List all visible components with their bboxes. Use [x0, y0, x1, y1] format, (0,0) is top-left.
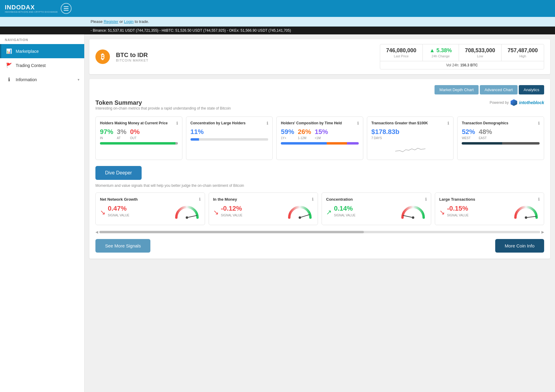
metric-number: 52% [462, 128, 475, 136]
signal-label: SIGNAL VALUE [334, 214, 355, 217]
logo-icon: INDODAX INDONESIA BITCOIN AND CRYPTO EXC… [5, 4, 58, 13]
metric-number: 11% [191, 128, 204, 136]
gauge-svg [286, 204, 313, 221]
metric-title-transactions-100k: Transactions Greater than $100Kℹ [371, 121, 449, 126]
metric-value-item: 26%1-12M [298, 128, 311, 140]
bar-segment [462, 142, 502, 145]
sidebar-item-marketplace[interactable]: 📊 Marketplace [0, 44, 84, 58]
scroll-left-icon[interactable]: ◀ [95, 230, 98, 234]
metric-bar-concentration-large [191, 138, 268, 141]
info-icon[interactable]: ℹ [312, 197, 313, 202]
marketplace-icon: 📊 [6, 48, 12, 54]
dive-deeper-button[interactable]: Dive Deeper [95, 166, 142, 180]
scroll-right-icon[interactable]: ▶ [541, 230, 544, 234]
info-icon[interactable]: ℹ [538, 197, 540, 202]
metric-title-holders-money: Holders Making Money at Current Priceℹ [100, 121, 178, 126]
signal-arrow-icon: ↗ [326, 209, 332, 216]
metric-value-item: 15%<1M [315, 128, 328, 140]
bar-segment [191, 138, 199, 141]
see-more-signals-button[interactable]: See More Signals [95, 239, 150, 253]
gauge-svg [173, 204, 201, 221]
metric-bar-transaction-demographics [462, 142, 540, 145]
metric-card-transaction-demographics: Transaction Demographicsℹ52%WEST48%EAST [457, 116, 544, 160]
metric-values-concentration-large: 11% [191, 128, 268, 136]
metric-value-item: 3%AT [117, 128, 127, 140]
metric-value-item: 48%EAST [479, 128, 492, 140]
last-price-label: Last Price [386, 54, 416, 58]
metric-values-transaction-demographics: 52%WEST48%EAST [462, 128, 540, 140]
gauge-svg [399, 204, 427, 221]
info-icon[interactable]: ℹ [538, 121, 540, 126]
register-bar: Please Register or Login to trade. [0, 17, 555, 27]
nav-label: NAVIGATION [0, 34, 84, 44]
info-icon[interactable]: ℹ [425, 197, 427, 202]
hamburger-menu[interactable] [61, 3, 72, 14]
metric-title-concentration-large: Concentration by Large Holdersℹ [191, 121, 268, 126]
itb-cube-icon [511, 99, 517, 106]
dive-subtitle: Momentum and value signals that will hel… [95, 183, 544, 188]
metric-label: OUT [130, 136, 140, 140]
tab-market-depth[interactable]: Market Depth Chart [435, 85, 478, 94]
sidebar-item-trading-contest[interactable]: 🚩 Trading Contest [0, 58, 84, 72]
info-icon[interactable]: ℹ [176, 121, 178, 126]
market-title: BTC to IDR BITCOIN MARKET [116, 52, 149, 62]
signal-card-in-the-money: In the Money ℹ ↘ -0.12% SIGNAL VALUE [209, 193, 318, 225]
scroll-track[interactable] [99, 231, 540, 233]
login-link[interactable]: Login [124, 19, 134, 24]
market-pair: BTC to IDR [116, 52, 149, 59]
sidebar-item-label: Trading Contest [16, 63, 46, 68]
metric-values-holders-money: 97%IN3%AT0%OUT [100, 128, 178, 140]
metric-label: EAST [479, 136, 492, 140]
metric-card-concentration-large: Concentration by Large Holdersℹ11% [186, 116, 273, 160]
sidebar-item-information[interactable]: ℹ Information ▾ [0, 72, 84, 87]
scroll-thumb[interactable] [99, 231, 364, 233]
market-header: ₿ BTC to IDR BITCOIN MARKET 746,080,000 … [89, 39, 550, 74]
signal-title: Net Network Growth ℹ [100, 197, 201, 202]
low-value: 708,533,000 [465, 47, 495, 54]
logo-tagline: INDONESIA BITCOIN AND CRYPTO EXCHANGE [5, 11, 58, 13]
signal-arrow-icon: ↘ [213, 209, 219, 216]
metric-values-transactions-100k: $178.83b7 DAYS [371, 128, 449, 140]
vol-value: 156.3 BTC [460, 63, 478, 67]
bar-segment [347, 142, 359, 145]
register-link[interactable]: Register [104, 19, 118, 24]
signals-row: Net Network Growth ℹ ↘ 0.47% SIGNAL VALU… [95, 193, 544, 228]
itb-logo: intotheblock [519, 100, 544, 105]
metric-number: 48% [479, 128, 492, 136]
metric-bar-holders-composition [281, 142, 359, 145]
metric-label: AT [117, 136, 127, 140]
signal-card-net-network-growth: Net Network Growth ℹ ↘ 0.47% SIGNAL VALU… [95, 193, 205, 225]
logo-name: INDODAX [5, 4, 35, 11]
metric-number: 59% [281, 128, 294, 136]
tab-advanced-chart[interactable]: Advanced Chart [480, 85, 518, 94]
metric-card-holders-money: Holders Making Money at Current Priceℹ97… [95, 116, 182, 160]
sidebar: NAVIGATION 📊 Marketplace 🚩 Trading Conte… [0, 34, 85, 392]
svg-point-1 [186, 216, 188, 219]
more-coin-info-button[interactable]: More Coin Info [495, 239, 544, 253]
info-icon[interactable]: ℹ [448, 121, 449, 126]
chart-tabs: Market Depth Chart Advanced Chart Analyt… [95, 85, 544, 94]
information-icon: ℹ [6, 77, 12, 82]
bar-segment [199, 138, 268, 141]
metric-number: $178.83b [371, 128, 399, 136]
metric-value-item: 52%WEST [462, 128, 475, 140]
info-icon[interactable]: ℹ [357, 121, 359, 126]
ts-header: Token Summary Interesting on-chain metri… [95, 99, 544, 115]
last-price-value: 746,080,000 [386, 47, 416, 54]
metric-number: 0% [130, 128, 140, 136]
info-icon[interactable]: ℹ [199, 197, 201, 202]
metric-card-transactions-100k: Transactions Greater than $100Kℹ$178.83b… [367, 116, 454, 160]
metric-label: <1M [315, 136, 328, 140]
signal-card-large-transactions: Large Transactions ℹ ↘ -0.15% SIGNAL VAL… [435, 193, 544, 225]
signal-value: -0.15% [447, 205, 469, 212]
info-icon[interactable]: ℹ [267, 121, 268, 126]
signal-value: 0.47% [108, 205, 129, 212]
tab-analytics[interactable]: Analytics [519, 85, 544, 94]
scrollbar[interactable]: ◀ ▶ [95, 230, 544, 234]
metric-value-item: 97%IN [100, 128, 113, 140]
svg-point-7 [525, 216, 527, 219]
metric-title-transaction-demographics: Transaction Demographicsℹ [462, 121, 540, 126]
low-stat: 708,533,000 Low [459, 44, 502, 61]
signal-label: SIGNAL VALUE [221, 214, 242, 217]
metric-value-item: 11% [191, 128, 204, 136]
